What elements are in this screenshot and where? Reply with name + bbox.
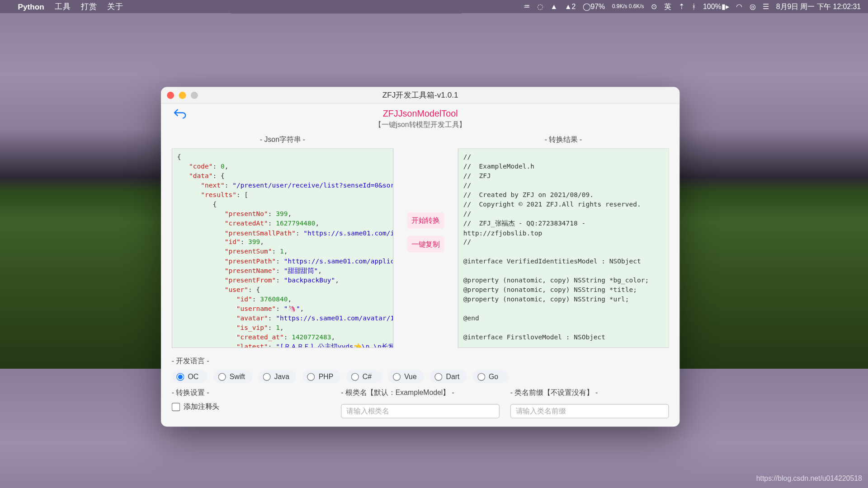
close-icon[interactable] [167,92,174,99]
app-subtitle: 【一键json转模型开发工具】 [161,120,679,130]
status-icon[interactable]: ⊙ [651,2,657,10]
lang-radio-input[interactable] [307,373,315,380]
result-box[interactable]: // // ExampleModel.h // ZFJ // // Create… [458,148,669,348]
input-lang[interactable]: 英 [664,1,671,11]
airdrop-icon[interactable]: ⇡ [679,2,684,10]
app-title: ZFJJsonModelTool [161,108,679,118]
menubar-app[interactable]: Python [18,2,44,11]
lang-radio-label: Java [274,372,289,380]
wifi-icon[interactable]: ◠ [736,2,742,10]
lang-radio-vue[interactable]: Vue [388,370,424,383]
lang-radio-label: Go [489,372,498,380]
add-comment-checkbox-input[interactable] [172,403,180,411]
spotlight-icon[interactable]: ◎ [750,2,755,10]
back-button[interactable] [172,107,187,122]
menubar-item[interactable]: 打赏 [81,1,96,12]
battery-icon[interactable]: 100% ▮▸ [703,2,729,10]
minimize-icon[interactable] [179,92,186,99]
root-class-input[interactable] [341,404,500,418]
wechat-icon[interactable]: ♒︎ [524,2,530,10]
watermark: https://blog.csdn.net/u014220518 [756,474,862,483]
app-window: ZFJ开发工具箱-v1.0.1 ZFJJsonModelTool 【一键json… [161,87,679,427]
root-class-label: - 根类名【默认：ExampleModel】 - [341,388,500,398]
lang-radio-java[interactable]: Java [258,370,297,383]
lang-radio-label: Swift [230,372,245,380]
copy-button[interactable]: 一键复制 [407,236,444,253]
cpu-icon[interactable]: ◯ 97% [583,2,605,10]
lang-radio-go[interactable]: Go [472,370,508,383]
traffic-lights [167,92,198,99]
json-input-box[interactable]: { "code": 0, "data": { "next": "/present… [172,148,393,348]
window-titlebar[interactable]: ZFJ开发工具箱-v1.0.1 [161,87,679,104]
add-comment-checkbox[interactable]: 添加注释头 [172,402,330,412]
prefix-label: - 类名前缀【不设置没有】 - [510,388,669,398]
language-radio-group: OCSwiftJavaPHPC#VueDartGo [172,370,669,383]
window-title: ZFJ开发工具箱-v1.0.1 [382,89,458,100]
lang-radio-input[interactable] [263,373,271,380]
lang-radio-label: Dart [446,372,459,380]
lang-radio-input[interactable] [477,373,485,380]
lang-radio-label: PHP [319,372,334,380]
lang-radio-input[interactable] [176,373,184,380]
lang-radio-php[interactable]: PHP [302,370,340,383]
bell-icon[interactable]: ▲ [550,2,557,10]
lang-radio-input[interactable] [434,373,442,380]
zoom-icon[interactable] [191,92,198,99]
netspeed-icon: 0.9K/s 0.6K/s [612,4,644,9]
bluetooth-icon[interactable]: ᚼ [692,2,696,10]
lang-radio-swift[interactable]: Swift [213,370,252,383]
menubar-clock[interactable]: 8月9日 周一 下午 12:02:31 [776,1,861,11]
lang-radio-input[interactable] [351,373,359,380]
app-header: ZFJJsonModelTool 【一键json转模型开发工具】 [161,103,679,131]
lang-radio-c#[interactable]: C# [346,370,382,383]
menubar-item[interactable]: 工具 [55,1,70,12]
lang-radio-label: C# [363,372,372,380]
control-center-icon[interactable]: ☰ [763,2,769,10]
notification-badge[interactable]: ▲2 [565,2,576,10]
lang-section-label: - 开发语言 - [172,357,669,366]
mac-menubar: Python 工具 打赏 关于 ♒︎ ◌ ▲ ▲2 ◯ 97% 0.9K/s 0… [0,0,868,13]
left-panel-label: - Json字符串 - [172,135,393,145]
prefix-input[interactable] [510,404,669,418]
setting-section-label: - 转换设置 - [172,388,330,398]
lang-radio-label: Vue [404,372,417,380]
lang-radio-input[interactable] [218,373,226,380]
lang-radio-label: OC [188,372,198,380]
back-arrow-icon [173,107,186,120]
start-convert-button[interactable]: 开始转换 [407,212,444,229]
globe-icon[interactable]: ◌ [537,2,543,10]
lang-radio-oc[interactable]: OC [172,370,208,383]
right-panel-label: - 转换结果 - [458,135,669,145]
menubar-item[interactable]: 关于 [107,1,123,12]
lang-radio-dart[interactable]: Dart [430,370,467,383]
lang-radio-input[interactable] [393,373,401,380]
